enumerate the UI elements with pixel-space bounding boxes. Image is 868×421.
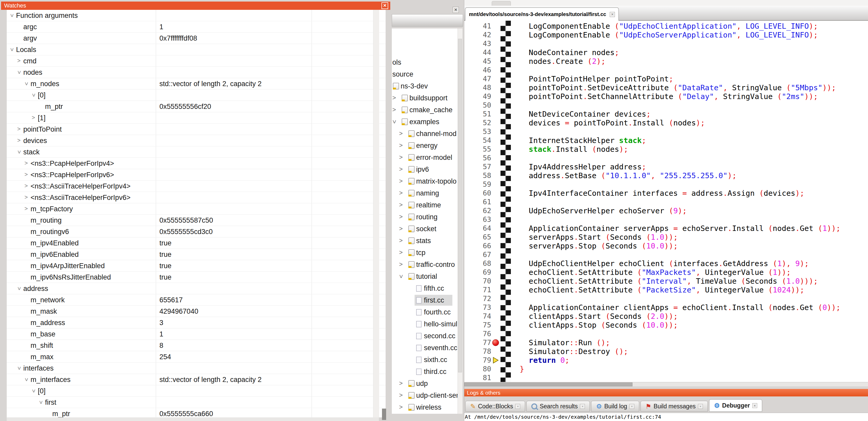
code-line[interactable]: return 0; [520, 356, 569, 365]
code-line[interactable]: serverApps.Start (Seconds (1.0)); [520, 233, 678, 241]
collapse-icon[interactable]: > [28, 388, 39, 394]
line-number[interactable]: 41 [464, 22, 491, 31]
watch-row-stack[interactable]: >stack [7, 147, 385, 158]
tree-item-naming[interactable]: >naming [392, 187, 458, 199]
line-number[interactable]: 78 [464, 347, 491, 356]
expand-icon[interactable]: > [398, 175, 404, 187]
code-line[interactable]: serverApps.Stop (Seconds (10.0)); [520, 241, 678, 250]
watch-row-ns3-pcaphelperforipv6[interactable]: ><ns3::PcapHelperForIpv6> [7, 169, 385, 181]
line-number[interactable]: 80 [464, 365, 491, 374]
code-editor[interactable]: 41 LogComponentEnable ("UdpEchoClientApp… [464, 21, 868, 382]
tree-item-seventh-cc[interactable]: seventh.cc [392, 342, 458, 354]
file-tree-scrollbar[interactable] [458, 28, 462, 414]
code-line[interactable]: Simulator::Run (); [520, 338, 610, 347]
collapse-icon[interactable]: > [35, 399, 46, 406]
collapse-icon[interactable]: > [13, 149, 25, 155]
watch-row-first[interactable]: >first [7, 397, 385, 408]
line-number[interactable]: 50 [464, 101, 491, 110]
expand-icon[interactable]: > [398, 235, 404, 247]
breakpoint-icon[interactable] [492, 339, 499, 346]
line-number[interactable]: 60 [464, 189, 491, 198]
tree-item-udp[interactable]: >udp [392, 378, 458, 389]
line-number[interactable]: 67 [464, 250, 491, 259]
expand-icon[interactable]: > [23, 181, 30, 192]
expand-icon[interactable]: > [398, 211, 404, 223]
tree-item-matrix-topolo[interactable]: >matrix-topolo [392, 175, 458, 187]
expand-icon[interactable]: > [16, 55, 22, 67]
code-line[interactable]: pointToPoint.SetDeviceAttribute ("DataRa… [520, 83, 836, 92]
tree-item-ipv6[interactable]: >ipv6 [392, 163, 458, 175]
expand-icon[interactable]: > [398, 223, 404, 235]
expand-icon[interactable]: > [398, 247, 404, 259]
watch-row-argc[interactable]: argc1 [7, 21, 385, 33]
collapse-icon[interactable]: > [13, 365, 25, 371]
expand-icon[interactable]: > [392, 104, 397, 116]
watches-tree[interactable]: >Function argumentsargc1argv0x7fffffffdf… [7, 10, 385, 417]
editor-horizontal-scrollbar[interactable] [464, 383, 868, 386]
code-line[interactable]: } [520, 365, 524, 374]
line-number[interactable]: 59 [464, 180, 491, 189]
expand-icon[interactable]: > [23, 169, 30, 181]
line-number[interactable]: 63 [464, 215, 491, 224]
watch-row-m-routingv6[interactable]: m_routingv60x5555555cd3c0 [7, 226, 385, 237]
tree-item-routing[interactable]: >routing [392, 211, 458, 223]
expand-icon[interactable]: > [398, 401, 404, 413]
watch-row-m-routing[interactable]: m_routing0x555555587c50 [7, 215, 385, 226]
watch-row-locals[interactable]: >Locals [7, 44, 385, 55]
editor-tab-close-icon[interactable]: ✕ [610, 12, 615, 17]
logs-tab-build-log[interactable]: ⚙Build log× [591, 401, 639, 412]
expand-icon[interactable]: > [398, 152, 404, 163]
tree-item-ols[interactable]: ols [392, 56, 458, 68]
collapse-icon[interactable]: > [395, 273, 407, 279]
collapse-icon[interactable]: > [21, 376, 32, 383]
collapse-icon[interactable]: > [392, 119, 400, 125]
line-number[interactable]: 51 [464, 110, 491, 119]
tree-item-udp-client-ser[interactable]: >udp-client-ser [392, 389, 458, 401]
tree-item-fifth-cc[interactable]: fifth.cc [392, 282, 458, 294]
code-line[interactable]: devices = pointToPoint.Install (nodes); [520, 119, 705, 127]
file-tree-scrollbar-thumb[interactable] [458, 39, 462, 373]
tree-item-buildsupport[interactable]: >buildsupport [392, 92, 458, 104]
tab-close-icon[interactable]: × [752, 403, 757, 408]
line-number[interactable]: 71 [464, 286, 491, 294]
watch-row-interfaces[interactable]: >interfaces [7, 362, 385, 374]
tab-close-icon[interactable]: × [698, 404, 703, 409]
file-tree-close-icon[interactable]: ✕ [453, 7, 459, 13]
line-number[interactable]: 66 [464, 241, 491, 250]
watch-row-m-base[interactable]: m_base1 [7, 328, 385, 340]
watch-row-ns3-pcaphelperforipv4[interactable]: ><ns3::PcapHelperForIpv4> [7, 158, 385, 169]
tree-item-examples[interactable]: >examples [392, 116, 458, 128]
expand-icon[interactable]: > [398, 378, 404, 389]
code-line[interactable]: LogComponentEnable ("UdpEchoServerApplic… [520, 31, 818, 39]
tab-close-icon[interactable]: × [580, 404, 585, 409]
code-line[interactable]: echoClient.SetAttribute ("Interval", Tim… [520, 277, 818, 286]
tree-item-energy[interactable]: >energy [392, 140, 458, 152]
expand-icon[interactable]: > [30, 112, 37, 124]
code-line[interactable]: NetDeviceContainer devices; [520, 110, 651, 119]
expand-icon[interactable]: > [398, 163, 404, 175]
watches-horizontal-scrollbar[interactable] [7, 417, 379, 421]
line-number[interactable]: 62 [464, 206, 491, 215]
code-line[interactable]: Ipv4InterfaceContainer interfaces = addr… [520, 189, 804, 198]
expand-icon[interactable]: > [398, 187, 404, 199]
watch-row-m-address[interactable]: m_address3 [7, 317, 385, 328]
line-number[interactable]: 46 [464, 66, 491, 74]
line-number[interactable]: 64 [464, 224, 491, 233]
watch-row-m-tcpfactory[interactable]: >m_tcpFactory [7, 203, 385, 215]
code-line[interactable]: PointToPointHelper pointToPoint; [520, 74, 673, 83]
line-number[interactable]: 53 [464, 127, 491, 136]
line-number[interactable]: 75 [464, 321, 491, 329]
line-number[interactable]: 79 [464, 356, 491, 365]
expand-icon[interactable]: > [398, 140, 404, 152]
watch-row-m-ipv6nsrsjitterenabled[interactable]: m_ipv6NsRsJitterEnabledtrue [7, 271, 385, 283]
code-line[interactable]: UdpEchoClientHelper echoClient (interfac… [520, 259, 809, 268]
watch-row-pointtopoint[interactable]: >pointToPoint [7, 124, 385, 135]
tree-item-hello-simul[interactable]: hello-simul [392, 318, 458, 330]
line-number[interactable]: 74 [464, 312, 491, 321]
line-number[interactable]: 42 [464, 31, 491, 39]
watches-vertical-scrollbar[interactable] [373, 10, 379, 417]
line-number[interactable]: 65 [464, 233, 491, 241]
line-number[interactable]: 73 [464, 303, 491, 312]
code-line[interactable]: Ipv4AddressHelper address; [520, 162, 646, 171]
logs-tab-build-messages[interactable]: ⚑Build messages× [641, 401, 708, 412]
